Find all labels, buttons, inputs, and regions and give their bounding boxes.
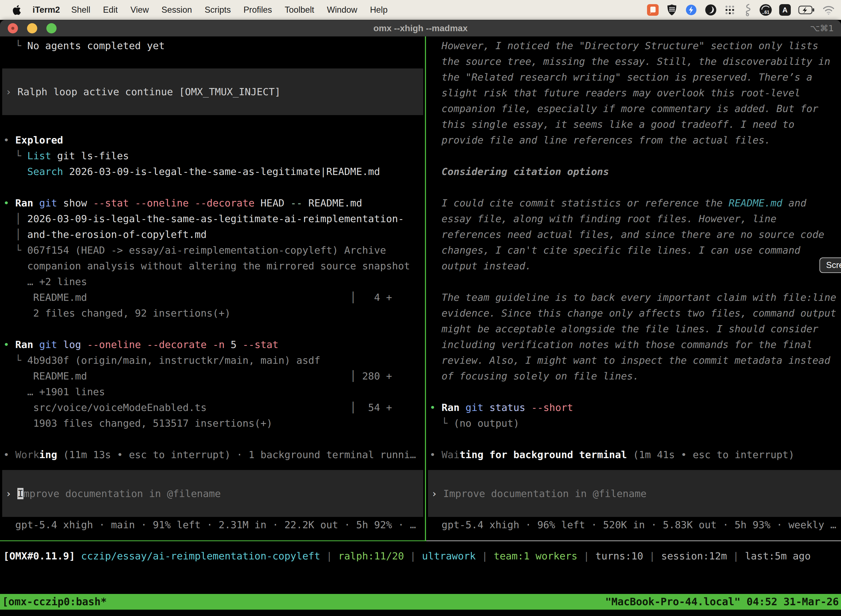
- dots-grid-icon[interactable]: [724, 4, 736, 15]
- text-segment: [57, 339, 63, 350]
- model-status-line: gpt-5.4 xhigh · main · 91% left · 2.31M …: [0, 517, 425, 532]
- text-segment: Ran: [15, 339, 33, 350]
- text-segment: HEAD: [254, 197, 290, 209]
- menu-item-toolbelt[interactable]: Toolbelt: [278, 5, 321, 15]
- text-segment: ultrawork: [422, 550, 476, 562]
- text-segment: └: [429, 418, 454, 429]
- terminal-line: • Waiting for background terminal (1m 41…: [426, 447, 841, 462]
- text-segment: provide file and line references from th…: [429, 134, 771, 146]
- text-segment: └: [3, 245, 27, 256]
- terminal-line: └ 067f154 (HEAD -> essay/ai-reimplementa…: [0, 242, 425, 258]
- left-pane[interactable]: › Ralph loop active continue [OMX_TMUX_I…: [0, 37, 425, 541]
- text-segment: The team guideline is to back every impo…: [429, 292, 836, 303]
- text-segment: [3, 166, 27, 177]
- model-status-line: gpt-5.4 xhigh · 96% left · 520K in · 5.8…: [426, 517, 841, 532]
- terminal-line: … +2 lines: [0, 274, 425, 289]
- right-pane[interactable]: › Improve documentation in @filename gpt…: [426, 37, 841, 541]
- moon-circle-icon[interactable]: [705, 4, 717, 16]
- text-segment: |: [476, 550, 494, 562]
- terminal-window: omx --xhigh --madmax ⌥⌘1 › Ralph loop ac…: [0, 20, 841, 616]
- shield-grid-icon[interactable]: [666, 4, 678, 16]
- terminal-line: [0, 54, 425, 69]
- terminal-line: 1903 files changed, 513517 insertions(+): [0, 415, 425, 431]
- text-segment: last:5m ago: [745, 550, 811, 562]
- squiggle-icon[interactable]: [743, 4, 752, 16]
- text-segment: --short: [532, 402, 573, 413]
- terminal-line: 2 files changed, 92 insertions(+): [0, 305, 425, 321]
- menu-item-help[interactable]: Help: [364, 5, 394, 15]
- terminal-line: • Ran git show --stat --oneline --decora…: [0, 195, 425, 211]
- text-segment: I: [18, 488, 23, 499]
- text-segment: [81, 339, 87, 350]
- apple-icon[interactable]: [12, 4, 22, 15]
- terminal-content: › Ralph loop active continue [OMX_TMUX_I…: [0, 37, 841, 616]
- text-segment: [OMX#0.11.9]: [3, 550, 81, 562]
- message-icon[interactable]: [647, 4, 659, 16]
- menu-app-name[interactable]: iTerm2: [32, 5, 60, 15]
- omx-status-line: [OMX#0.11.9] cczip/essay/ai-reimplementa…: [0, 548, 841, 564]
- screen-tooltip[interactable]: Scre: [819, 258, 841, 273]
- text-segment: Explored: [15, 134, 63, 146]
- text-segment: ting for background terminal: [459, 449, 627, 461]
- text-segment: └: [3, 150, 27, 161]
- text-segment: |: [404, 550, 422, 562]
- terminal-line: companion analysis without altering the …: [0, 258, 425, 274]
- text-segment: this single essay, it seems like a good …: [429, 119, 794, 130]
- text-segment: │: [3, 229, 27, 240]
- terminal-line: this single essay, it seems like a good …: [426, 116, 841, 132]
- wifi-icon[interactable]: [822, 5, 835, 15]
- terminal-line: of focusing solely on file lines.: [426, 368, 841, 384]
- terminal-line: evidence. Since this change only affects…: [426, 305, 841, 321]
- text-segment: |: [577, 550, 595, 562]
- terminal-line: Search 2026-03-09-is-legal-the-same-as-l…: [0, 164, 425, 179]
- pane-divider[interactable]: [425, 37, 426, 541]
- title-bar[interactable]: omx --xhigh --madmax ⌥⌘1: [0, 20, 841, 37]
- text-segment: 4b9d30f (origin/main, instructkr/main, m…: [27, 355, 320, 366]
- text-segment: ralph:11/20: [338, 550, 404, 562]
- text-segment: -n: [213, 339, 224, 350]
- badge-61-icon[interactable]: ..61: [760, 4, 772, 16]
- battery-icon[interactable]: [798, 5, 815, 15]
- text-segment: •: [3, 197, 15, 209]
- terminal-line: including verification notes with those …: [426, 337, 841, 352]
- inject-box: › Ralph loop active continue [OMX_TMUX_I…: [2, 69, 423, 115]
- text-segment: the source tree, missing the essay. Stil…: [429, 56, 830, 67]
- prompt-input[interactable]: › Improve documentation in @filename: [428, 470, 841, 517]
- text-segment: [459, 402, 466, 413]
- tmux-status-bar[interactable]: [omx-cczip0:bash* "MacBook-Pro-44.local"…: [0, 594, 841, 610]
- terminal-line: │ 2026-03-09-is-legal-the-same-as-legiti…: [0, 211, 425, 227]
- text-segment: --oneline: [87, 339, 141, 350]
- terminal-line: references need actual files, and since …: [426, 227, 841, 242]
- text-segment: ›: [6, 488, 18, 499]
- text-segment: Search: [27, 166, 63, 177]
- pane-bottom-border-right: [426, 540, 841, 541]
- terminal-line: • Working (11m 13s • esc to interrupt) ·…: [0, 447, 425, 462]
- menu-status-icons: ..61 A: [647, 4, 841, 16]
- menu-item-profiles[interactable]: Profiles: [237, 5, 278, 15]
- letter-a-icon[interactable]: A: [779, 4, 791, 16]
- text-segment: --decorate: [147, 339, 207, 350]
- terminal-line: [426, 384, 841, 400]
- text-segment: review. Also, I might want to inspect th…: [429, 355, 830, 366]
- text-segment: Work: [15, 449, 39, 461]
- menu-item-scripts[interactable]: Scripts: [198, 5, 237, 15]
- text-segment: │: [3, 213, 27, 224]
- terminal-line: review. Also, I might want to inspect th…: [426, 352, 841, 368]
- text-segment: Ran: [15, 197, 33, 209]
- text-segment: 2026-03-09-is-legal-the-same-as-legitima…: [63, 166, 380, 177]
- text-segment: └: [3, 355, 27, 366]
- text-segment: 5: [224, 339, 243, 350]
- menu-item-window[interactable]: Window: [321, 5, 364, 15]
- text-segment: src/voice/voiceModeEnabled.ts │ 54 +: [3, 402, 392, 413]
- text-segment: ing: [39, 449, 57, 461]
- security-badge-icon[interactable]: [685, 4, 697, 16]
- menu-item-edit[interactable]: Edit: [97, 5, 124, 15]
- text-segment: 067f154 (HEAD -> essay/ai-reimplementati…: [27, 245, 386, 256]
- prompt-input[interactable]: › Improve documentation in @filename: [2, 470, 423, 517]
- text-segment: show: [57, 197, 93, 209]
- menu-item-view[interactable]: View: [124, 5, 155, 15]
- text-segment: git: [466, 402, 484, 413]
- terminal-line: [0, 179, 425, 195]
- menu-item-session[interactable]: Session: [155, 5, 198, 15]
- menu-item-shell[interactable]: Shell: [65, 5, 97, 15]
